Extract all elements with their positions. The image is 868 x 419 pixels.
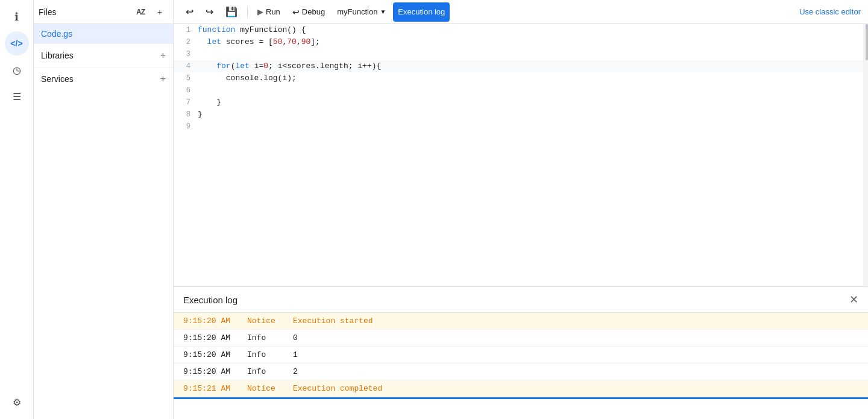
log-time: 9:15:20 AM	[183, 367, 237, 376]
classic-editor-link[interactable]: Use classic editor	[799, 7, 861, 16]
info-icon[interactable]: ℹ	[5, 5, 29, 29]
line-content: }	[198, 109, 868, 121]
debug-button[interactable]: ↩ Debug	[288, 2, 330, 22]
table-row: 5 console.log(i);	[174, 72, 868, 84]
redo-button[interactable]: ↪	[201, 2, 218, 22]
log-time: 9:15:21 AM	[183, 384, 237, 393]
code-table: 1 function myFunction() { 2 let scores =…	[174, 24, 868, 133]
table-row: 1 function myFunction() {	[174, 24, 868, 36]
table-row: 2 let scores = [50,70,90];	[174, 36, 868, 48]
log-time: 9:15:20 AM	[183, 333, 237, 342]
list-icon[interactable]: ☰	[5, 84, 29, 109]
log-type: Notice	[247, 317, 283, 326]
table-row: 4 for(let i=0; i<scores.length; i++){	[174, 60, 868, 72]
execution-log-button[interactable]: Execution log	[393, 2, 450, 22]
log-time: 9:15:20 AM	[183, 350, 237, 359]
table-row: 9	[174, 121, 868, 133]
line-content: function myFunction() {	[198, 24, 868, 36]
log-message: Execution completed	[293, 384, 382, 393]
code-icon[interactable]: </>	[5, 31, 29, 55]
line-content: let scores = [50,70,90];	[198, 36, 868, 48]
files-label: Files	[39, 7, 57, 17]
list-item: 9:15:20 AM Info 0	[174, 330, 868, 347]
line-number: 2	[174, 36, 198, 48]
debug-icon: ↩	[292, 7, 300, 17]
table-row: 7 }	[174, 96, 868, 109]
log-type: Info	[247, 350, 283, 359]
line-number: 3	[174, 48, 198, 60]
line-number: 5	[174, 72, 198, 84]
list-item: 9:15:20 AM Notice Execution started	[174, 313, 868, 330]
line-number: 9	[174, 121, 198, 133]
execution-log-label: Execution log	[398, 7, 445, 16]
function-selector[interactable]: myFunction ▼	[332, 2, 391, 22]
debug-label: Debug	[302, 7, 325, 16]
toolbar-divider-1	[247, 6, 248, 18]
line-content	[198, 48, 868, 60]
libraries-section[interactable]: Libraries +	[34, 43, 173, 67]
undo-button[interactable]: ↩	[181, 2, 198, 22]
list-item: 9:15:20 AM Info 2	[174, 364, 868, 380]
sidebar-header: Files AZ +	[34, 0, 173, 24]
table-row: 8 }	[174, 109, 868, 121]
exec-log-title: Execution log	[183, 295, 237, 305]
line-number: 4	[174, 60, 198, 72]
scrollbar-track	[863, 24, 868, 286]
line-content	[198, 84, 868, 96]
log-type: Info	[247, 333, 283, 342]
add-library-icon[interactable]: +	[160, 50, 166, 61]
toolbar: ↩ ↪ 💾 ▶ Run ↩ Debug myFunction ▼ Executi…	[174, 0, 868, 24]
log-type: Notice	[247, 384, 283, 393]
save-button[interactable]: 💾	[221, 2, 242, 22]
add-service-icon[interactable]: +	[160, 74, 166, 84]
run-label: Run	[266, 7, 280, 16]
log-time: 9:15:20 AM	[183, 317, 237, 326]
line-content: for(let i=0; i<scores.length; i++){	[198, 60, 868, 72]
sidebar: Files AZ + Code.gs Libraries + Services …	[34, 0, 174, 419]
line-number: 8	[174, 109, 198, 121]
add-file-icon[interactable]: +	[151, 4, 168, 20]
editor-container: 1 function myFunction() { 2 let scores =…	[174, 24, 868, 419]
line-content: }	[198, 96, 868, 109]
chevron-down-icon: ▼	[380, 8, 386, 15]
main-area: ↩ ↪ 💾 ▶ Run ↩ Debug myFunction ▼ Executi…	[174, 0, 868, 419]
settings-icon[interactable]: ⚙	[5, 390, 29, 414]
clock-icon[interactable]: ◷	[5, 58, 29, 82]
code-editor[interactable]: 1 function myFunction() { 2 let scores =…	[174, 24, 868, 286]
sidebar-header-actions: AZ +	[132, 4, 168, 20]
sort-icon[interactable]: AZ	[132, 4, 149, 20]
exec-log-bottom-border	[174, 397, 868, 399]
execution-log-panel: Execution log ✕ 9:15:20 AM Notice Execut…	[174, 286, 868, 419]
log-message: 2	[293, 367, 298, 376]
list-item: 9:15:21 AM Notice Execution completed	[174, 380, 868, 397]
log-message: 1	[293, 350, 298, 359]
exec-log-header: Execution log ✕	[174, 287, 868, 313]
function-name: myFunction	[337, 7, 377, 16]
line-number: 6	[174, 84, 198, 96]
line-content: console.log(i);	[198, 72, 868, 84]
line-number: 7	[174, 96, 198, 109]
services-section[interactable]: Services +	[34, 67, 173, 90]
close-icon[interactable]: ✕	[849, 293, 858, 306]
log-message: Execution started	[293, 317, 373, 326]
code-file-item[interactable]: Code.gs	[34, 24, 173, 43]
log-type: Info	[247, 367, 283, 376]
line-number: 1	[174, 24, 198, 36]
exec-log-list: 9:15:20 AM Notice Execution started 9:15…	[174, 313, 868, 397]
libraries-label: Libraries	[41, 51, 74, 60]
services-label: Services	[41, 74, 74, 84]
line-content	[198, 121, 868, 133]
list-item: 9:15:20 AM Info 1	[174, 347, 868, 364]
run-icon: ▶	[257, 7, 263, 16]
run-button[interactable]: ▶ Run	[253, 2, 285, 22]
table-row: 6	[174, 84, 868, 96]
table-row: 3	[174, 48, 868, 60]
log-message: 0	[293, 333, 298, 342]
icon-bar: ℹ </> ◷ ☰ ⚙	[0, 0, 34, 419]
scrollbar-thumb[interactable]	[866, 24, 868, 60]
